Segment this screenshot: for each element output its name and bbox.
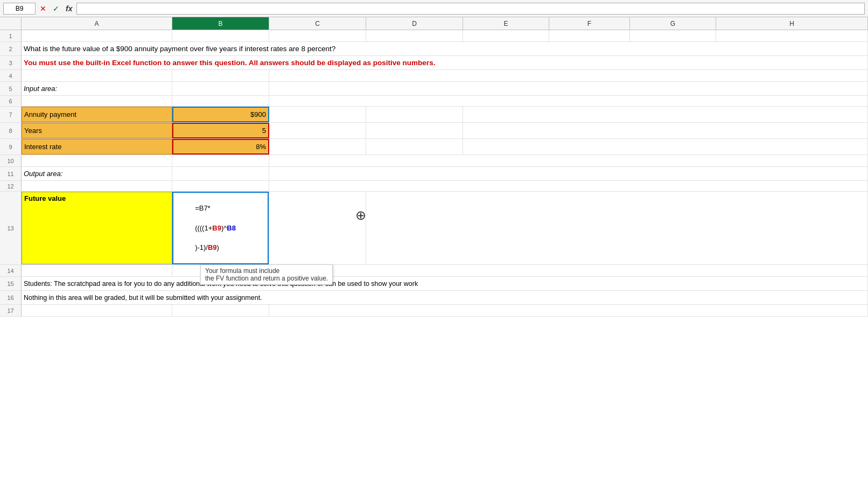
formula-bar: ✕ ✓ fx =B7*((((1+B9)^B8)-1)/B9) bbox=[0, 0, 868, 17]
cell-rest-6[interactable] bbox=[269, 96, 868, 106]
cell-D7[interactable] bbox=[366, 107, 463, 122]
cell-B17[interactable] bbox=[172, 305, 269, 316]
tooltip-line2: the FV function and return a positive va… bbox=[205, 275, 328, 282]
cell-rest-17[interactable] bbox=[269, 305, 868, 316]
nothing-text: Nothing in this area will be graded, but… bbox=[22, 291, 868, 304]
annuity-payment-label: Annuity payment bbox=[22, 107, 172, 122]
question-line1: What is the future value of a $900 annui… bbox=[22, 42, 868, 55]
years-label: Years bbox=[22, 123, 172, 138]
crosshair-icon: ⊕ bbox=[355, 208, 366, 223]
annuity-payment-value[interactable]: $900 bbox=[172, 107, 269, 122]
cell-E1[interactable] bbox=[463, 30, 549, 41]
table-row: 9 Interest rate 8% bbox=[0, 139, 868, 155]
students-text: Students: The scratchpad area is for you… bbox=[22, 277, 868, 290]
cell-A1[interactable] bbox=[22, 30, 172, 41]
formula-b9-ref2: B9 bbox=[208, 243, 217, 251]
col-header-E[interactable]: E bbox=[463, 17, 549, 30]
formula-b9-ref1: B9 bbox=[212, 224, 221, 232]
fx-icon[interactable]: fx bbox=[64, 4, 74, 13]
formula-display: =B7* ((((1+B9)^B8 )-1)/B9) bbox=[176, 194, 265, 262]
cell-D8[interactable] bbox=[366, 123, 463, 138]
cell-A14[interactable] bbox=[22, 265, 172, 276]
table-row: 16 Nothing in this area will be graded, … bbox=[0, 291, 868, 305]
table-row: 12 bbox=[0, 181, 868, 192]
cell-B10[interactable] bbox=[172, 155, 269, 166]
col-header-D[interactable]: D bbox=[366, 17, 463, 30]
table-row: 1 bbox=[0, 30, 868, 42]
cell-rest-9[interactable] bbox=[463, 139, 868, 155]
table-row: 3 You must use the built-in Excel functi… bbox=[0, 56, 868, 70]
confirm-icon[interactable]: ✓ bbox=[51, 4, 61, 13]
column-headers: A B C D E F G H bbox=[0, 17, 868, 30]
cell-B4[interactable] bbox=[172, 70, 269, 81]
table-row: 17 bbox=[0, 305, 868, 317]
cell-reference-box[interactable] bbox=[3, 3, 36, 15]
cell-A17[interactable] bbox=[22, 305, 172, 316]
col-header-A[interactable]: A bbox=[22, 17, 172, 30]
table-row: 4 bbox=[0, 70, 868, 82]
table-row: 10 bbox=[0, 155, 868, 167]
table-row: 14 bbox=[0, 265, 868, 277]
cell-D1[interactable] bbox=[366, 30, 463, 41]
cell-C1[interactable] bbox=[269, 30, 366, 41]
cell-A6[interactable] bbox=[22, 96, 172, 106]
table-row: 5 Input area: bbox=[0, 82, 868, 96]
cell-H1[interactable] bbox=[716, 30, 868, 41]
table-row: 7 Annuity payment $900 bbox=[0, 107, 868, 123]
col-header-H[interactable]: H bbox=[716, 17, 868, 30]
col-header-G[interactable]: G bbox=[630, 17, 716, 30]
cell-B1[interactable] bbox=[172, 30, 269, 41]
cell-rest-7[interactable] bbox=[463, 107, 868, 122]
cell-G1[interactable] bbox=[630, 30, 716, 41]
cell-C7[interactable] bbox=[269, 107, 366, 122]
table-row: 11 Output area: bbox=[0, 167, 868, 181]
cell-B12[interactable] bbox=[172, 181, 269, 191]
interest-rate-label: Interest rate bbox=[22, 139, 172, 155]
cell-rest-5[interactable] bbox=[269, 82, 868, 95]
formula-input[interactable]: =B7*((((1+B9)^B8)-1)/B9) bbox=[76, 3, 865, 15]
cell-D9[interactable] bbox=[366, 139, 463, 155]
question-line2: You must use the built-in Excel function… bbox=[22, 56, 868, 69]
cell-F1[interactable] bbox=[549, 30, 630, 41]
cell-A12[interactable] bbox=[22, 181, 172, 191]
col-header-F[interactable]: F bbox=[549, 17, 630, 30]
interest-rate-value[interactable]: 8% bbox=[172, 139, 269, 155]
formula-tooltip: Your formula must include the FV functio… bbox=[200, 264, 333, 285]
formula-b8-ref: B8 bbox=[227, 224, 236, 232]
table-row: 6 bbox=[0, 96, 868, 107]
cell-rest-8[interactable] bbox=[463, 123, 868, 138]
cell-B11[interactable] bbox=[172, 167, 269, 180]
cell-rest-10[interactable] bbox=[269, 155, 868, 166]
output-area-label: Output area: bbox=[22, 167, 172, 180]
cell-rest-13[interactable] bbox=[366, 192, 868, 264]
cell-rest-14[interactable] bbox=[269, 265, 868, 276]
col-header-B[interactable]: B bbox=[172, 17, 269, 30]
cell-rest-12[interactable] bbox=[269, 181, 868, 191]
cell-A4[interactable] bbox=[22, 70, 172, 81]
cell-A10[interactable] bbox=[22, 155, 172, 166]
table-row: 15 Students: The scratchpad area is for … bbox=[0, 277, 868, 291]
table-row: 8 Years 5 bbox=[0, 123, 868, 139]
col-header-C[interactable]: C bbox=[269, 17, 366, 30]
cell-B5[interactable] bbox=[172, 82, 269, 95]
tooltip-line1: Your formula must include bbox=[205, 267, 279, 275]
future-value-label: Future value bbox=[22, 192, 172, 264]
cell-B6[interactable] bbox=[172, 96, 269, 106]
cancel-icon[interactable]: ✕ bbox=[38, 4, 48, 13]
cell-rest-4[interactable] bbox=[269, 70, 868, 81]
years-value[interactable]: 5 bbox=[172, 123, 269, 138]
cell-rest-11[interactable] bbox=[269, 167, 868, 180]
corner-cell bbox=[0, 17, 22, 30]
table-row: 2 What is the future value of a $900 ann… bbox=[0, 42, 868, 56]
spreadsheet-grid: 1 2 What is the future value of a $900 a… bbox=[0, 30, 868, 317]
cell-C8[interactable] bbox=[269, 123, 366, 138]
table-row: 13 Future value =B7* ((((1+B9)^B8 )-1)/B… bbox=[0, 192, 868, 265]
cell-C13[interactable] bbox=[269, 192, 366, 264]
input-area-label: Input area: bbox=[22, 82, 172, 95]
cell-C9[interactable] bbox=[269, 139, 366, 155]
future-value-formula-cell[interactable]: =B7* ((((1+B9)^B8 )-1)/B9) Your formula … bbox=[172, 192, 269, 264]
